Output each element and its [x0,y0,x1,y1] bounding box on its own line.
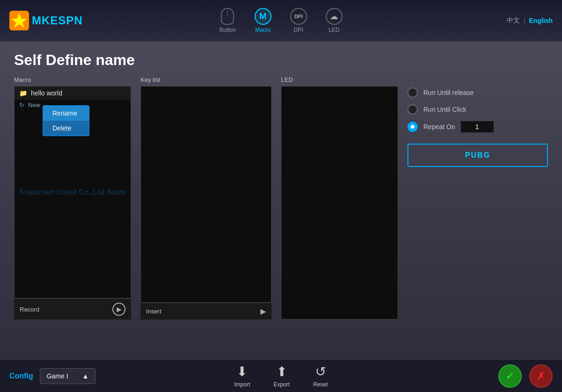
tab-button[interactable]: Button [220,8,236,33]
reset-action[interactable]: ↺ Reset [313,364,328,388]
bottom-actions: ⬇ Import ⬆ Export ↺ Reset [234,364,328,388]
export-icon: ⬆ [276,364,287,379]
delete-menu-item[interactable]: Delete [43,121,89,136]
page-title: Self Define name [14,51,548,69]
tab-dpi-label: DPI [294,27,303,33]
record-button[interactable]: ▶ [112,303,126,316]
config-value: Game I [47,372,68,380]
profile-button[interactable]: PUBG [407,144,548,167]
tab-dpi[interactable]: DPI DPI [290,8,307,33]
tab-led-label: LED [329,27,340,33]
dpi-icon: DPI [290,8,307,25]
radio-2[interactable] [407,104,418,115]
cancel-button[interactable]: ✗ [529,364,553,388]
led-icon: ☁ [325,8,342,25]
radio-1[interactable] [407,87,418,98]
keylist-panel-footer: Insert ▶ [140,303,272,319]
tab-macro-label: Macro [255,27,271,33]
logo-icon [9,11,29,30]
bottom-right: ✓ ✗ [498,364,553,388]
keylist-panel-label: Key list [140,76,272,83]
keylist-panel-box [140,86,272,303]
rename-menu-item[interactable]: Rename [43,106,89,121]
lang-cn-button[interactable]: 中文 [507,16,520,25]
refresh-icon: ↻ [19,102,24,109]
export-action[interactable]: ⬆ Export [274,364,290,388]
language-selector: 中文 | English [507,16,553,25]
nav-tabs: Button M Macro DPI DPI ☁ LED [220,8,343,33]
tab-led[interactable]: ☁ LED [325,8,342,33]
import-label: Import [234,381,250,388]
main-content: Self Define name Macro 📁 hello world ↻ N… [0,42,562,359]
mouse-icon [221,8,234,25]
led-panel-box [281,86,398,319]
macro-panel-footer: Record ▶ [14,298,131,319]
repeat-row: Repeat On [407,121,548,132]
chevron-up-icon: ▲ [82,372,89,380]
context-menu: Rename Delete [43,105,89,136]
tab-button-label: Button [220,27,236,33]
bottom-bar: Config Game I ▲ ⬇ Import ⬆ Export ↺ Rese… [0,359,562,392]
watermark: Shenzhen Icreat Co.,Ltd Store [19,188,126,196]
reset-icon: ↺ [315,364,326,379]
macro-item-name: hello world [31,89,62,97]
macro-panel: Macro 📁 hello world ↻ New Rename Delete … [14,76,131,319]
lang-separator: | [524,17,525,24]
macro-icon: M [254,8,271,25]
led-cloud-icon: ☁ [330,11,338,22]
radio-2-label: Run Until Click [423,106,466,113]
radio-3-label: Repeat On [423,123,455,131]
insert-label: Insert [146,308,162,315]
import-action[interactable]: ⬇ Import [234,364,250,388]
logo-text: MKESPN [32,14,83,27]
config-select[interactable]: Game I ▲ [40,368,96,384]
insert-play-icon[interactable]: ▶ [260,307,266,316]
radio-3[interactable] [407,122,418,132]
radio-option-1[interactable]: Run Until release [407,87,548,98]
radio-option-2[interactable]: Run Until Click [407,104,548,115]
export-label: Export [274,381,290,388]
macro-item[interactable]: 📁 hello world [15,87,131,100]
config-label: Config [9,372,33,380]
radio-1-label: Run Until release [423,89,473,96]
logo: MKESPN [9,11,83,30]
ok-button[interactable]: ✓ [498,364,522,388]
macro-panel-box: 📁 hello world ↻ New Rename Delete Shenzh… [14,86,131,298]
led-panel: LED [281,76,398,319]
panels-row: Macro 📁 hello world ↻ New Rename Delete … [14,76,548,319]
keylist-panel: Key list Insert ▶ [140,76,272,319]
led-panel-label: LED [281,76,398,83]
record-label: Record [20,306,39,313]
tab-macro[interactable]: M Macro [254,8,271,33]
new-label: New [28,102,40,109]
right-panel: Run Until release Run Until Click Repeat… [407,76,548,319]
macro-panel-label: Macro [14,76,131,83]
repeat-input[interactable] [461,121,494,132]
lang-en-button[interactable]: English [529,17,553,24]
import-icon: ⬇ [237,364,247,379]
folder-icon: 📁 [19,89,27,97]
header: MKESPN Button M Macro DPI DPI ☁ LED 中文 |… [0,0,562,42]
reset-label: Reset [313,381,328,388]
